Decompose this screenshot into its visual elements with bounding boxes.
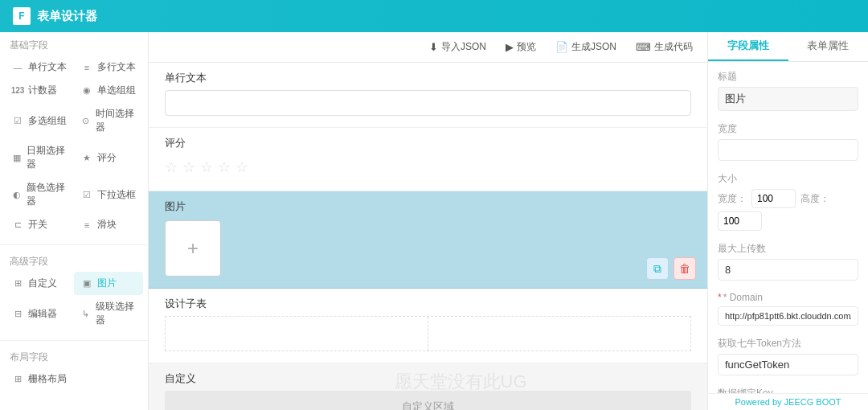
prop-token-input[interactable]	[718, 354, 858, 375]
field-item-time[interactable]: ⊙ 时间选择器	[74, 102, 143, 139]
layout-section-title: 布局字段	[0, 344, 148, 367]
field-label: 自定义	[28, 277, 57, 290]
right-panel: 字段属性 表单属性 标题 图片 宽度 大小 宽度： 高度：	[707, 32, 868, 410]
width-size-input[interactable]	[751, 189, 796, 208]
field-item-select[interactable]: ☑ 下拉选框	[74, 176, 143, 213]
field-item-multi-text[interactable]: ≡ 多行文本	[74, 55, 143, 79]
prop-datakey-label: 数据绑定Key	[718, 387, 858, 393]
field-item-checkbox[interactable]: ☑ 多选组组	[5, 102, 74, 139]
select-icon: ☑	[80, 188, 93, 201]
field-label: 级联选择器	[96, 300, 137, 327]
star-5[interactable]: ☆	[235, 158, 248, 176]
prop-domain-section: ** Domain	[718, 292, 858, 326]
generate-json-label: 生成JSON	[571, 40, 616, 54]
tab-table-props[interactable]: 表单属性	[788, 32, 869, 61]
field-label: 日期选择器	[27, 144, 68, 171]
section-divider	[0, 244, 148, 245]
import-json-button[interactable]: ⬇ 导入JSON	[424, 38, 491, 56]
custom-icon: ⊞	[11, 277, 24, 290]
advanced-section-title: 高级字段	[0, 248, 148, 272]
preview-button[interactable]: ▶ 预览	[501, 38, 541, 56]
import-icon: ⬇	[429, 41, 438, 53]
star-1[interactable]: ☆	[165, 158, 178, 176]
single-text-icon: —	[11, 61, 24, 74]
star-3[interactable]: ☆	[200, 158, 213, 176]
slider-icon: ≡	[80, 219, 93, 232]
field-label-subtable: 设计子表	[165, 297, 691, 311]
prop-width-label: 宽度	[718, 122, 858, 136]
field-item-single-text[interactable]: — 单行文本	[5, 55, 74, 79]
field-item-slider[interactable]: ≡ 滑块	[74, 213, 143, 236]
field-item-date[interactable]: ▦ 日期选择器	[5, 139, 74, 176]
left-panel: 基础字段 — 单行文本 ≡ 多行文本 123 计数器 ◉ 单选组组	[0, 32, 149, 410]
grid-icon: ⊞	[11, 373, 24, 386]
main-layout: 基础字段 — 单行文本 ≡ 多行文本 123 计数器 ◉ 单选组组	[0, 32, 868, 410]
image-upload-box[interactable]: +	[165, 220, 221, 277]
prop-title-label: 标题	[718, 70, 858, 84]
field-item-editor[interactable]: ⊟ 编辑器	[5, 295, 74, 332]
prop-size-label: 大小	[718, 172, 858, 186]
image-field-actions: ⧉ 🗑	[646, 257, 696, 280]
radio-icon: ◉	[80, 84, 93, 97]
cascade-icon: ↳	[80, 307, 92, 320]
field-item-custom[interactable]: ⊞ 自定义	[5, 272, 74, 295]
advanced-fields-grid: ⊞ 自定义 ▣ 图片 ⊟ 编辑器 ↳ 级联选择器	[0, 272, 148, 337]
prop-domain-input[interactable]	[718, 306, 858, 326]
field-item-radio[interactable]: ◉ 单选组组	[74, 79, 143, 102]
field-item-cascade[interactable]: ↳ 级联选择器	[74, 295, 143, 332]
height-size-label: 高度：	[800, 192, 829, 206]
field-item-image[interactable]: ▣ 图片	[74, 272, 143, 295]
copy-button[interactable]: ⧉	[646, 257, 669, 280]
delete-button[interactable]: 🗑	[674, 257, 696, 280]
height-size-input[interactable]	[718, 211, 762, 231]
basic-section-title: 基础字段	[0, 32, 148, 55]
center-toolbar: ⬇ 导入JSON ▶ 预览 📄 生成JSON ⌨ 生成代码	[149, 32, 707, 63]
field-item-counter[interactable]: 123 计数器	[5, 79, 74, 102]
prop-title-value: 图片	[718, 87, 858, 111]
prop-width-input[interactable]	[718, 139, 858, 161]
layout-fields-grid: ⊞ 栅格布局	[0, 367, 148, 396]
prop-token-label: 获取七牛Token方法	[718, 337, 858, 351]
right-content: 标题 图片 宽度 大小 宽度： 高度： 最大上传数	[708, 62, 868, 393]
generate-json-button[interactable]: 📄 生成JSON	[551, 38, 621, 56]
form-field-rating: 评分 ☆ ☆ ☆ ☆ ☆	[149, 128, 707, 191]
field-item-switch[interactable]: ⊏ 开关	[5, 213, 74, 236]
field-label-rating: 评分	[165, 136, 691, 150]
star-2[interactable]: ☆	[182, 158, 195, 176]
prop-maxupload-label: 最大上传数	[718, 242, 858, 256]
field-label: 下拉选框	[97, 188, 136, 202]
single-text-input[interactable]	[165, 90, 691, 116]
generate-code-button[interactable]: ⌨ 生成代码	[631, 38, 698, 56]
powered-by: Powered by JEECG BOOT	[708, 393, 868, 410]
tab-field-props[interactable]: 字段属性	[708, 32, 788, 61]
field-label: 计数器	[28, 84, 57, 97]
counter-icon: 123	[11, 84, 24, 97]
field-label: 图片	[97, 277, 117, 290]
section-divider-2	[0, 340, 148, 341]
form-field-single-text: 单行文本	[149, 63, 707, 128]
image-icon: ▣	[80, 277, 93, 290]
prop-size-section: 大小 宽度： 高度：	[718, 172, 858, 231]
form-field-subtable: 设计子表	[149, 289, 707, 363]
app-header: F 表单设计器	[0, 0, 868, 32]
preview-icon: ▶	[506, 41, 514, 53]
prop-label-section: 标题 图片	[718, 70, 858, 111]
field-item-color[interactable]: ◐ 颜色选择器	[5, 176, 74, 213]
size-row-1: 宽度： 高度：	[718, 189, 858, 208]
prop-maxupload-input[interactable]	[718, 259, 858, 281]
star-4[interactable]: ☆	[218, 158, 231, 176]
prop-token-section: 获取七牛Token方法	[718, 337, 858, 375]
form-canvas: 单行文本 评分 ☆ ☆ ☆ ☆ ☆ 图片 +	[149, 63, 707, 410]
import-json-label: 导入JSON	[441, 40, 486, 54]
field-label: 多选组组	[28, 114, 67, 128]
field-label: 评分	[97, 151, 117, 165]
field-item-rating[interactable]: ★ 评分	[74, 139, 143, 176]
field-item-grid[interactable]: ⊞ 栅格布局	[5, 367, 74, 391]
field-label: 时间选择器	[96, 107, 137, 134]
switch-icon: ⊏	[11, 219, 24, 232]
prop-domain-label: ** Domain	[718, 292, 858, 303]
field-label: 开关	[28, 218, 47, 232]
center-panel: ⬇ 导入JSON ▶ 预览 📄 生成JSON ⌨ 生成代码 单行文本	[149, 32, 707, 410]
prop-maxupload-section: 最大上传数	[718, 242, 858, 281]
prop-width-section: 宽度	[718, 122, 858, 161]
